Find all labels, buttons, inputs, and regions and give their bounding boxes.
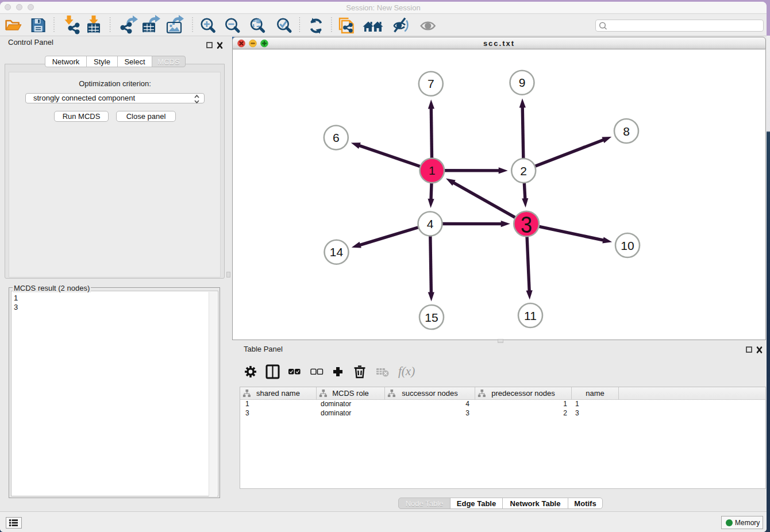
svg-text:3: 3 [521, 211, 532, 238]
svg-text:10: 10 [621, 239, 634, 252]
svg-text:2: 2 [520, 164, 527, 178]
svg-text:9: 9 [519, 76, 526, 89]
svg-text:4: 4 [427, 217, 434, 230]
svg-text:11: 11 [524, 309, 537, 322]
svg-text:14: 14 [330, 245, 344, 259]
svg-text:7: 7 [428, 77, 434, 90]
svg-text:1: 1 [429, 164, 436, 177]
svg-text:15: 15 [425, 311, 438, 324]
svg-text:8: 8 [623, 125, 630, 138]
svg-text:f(x): f(x) [398, 364, 415, 378]
svg-text:6: 6 [333, 131, 340, 144]
